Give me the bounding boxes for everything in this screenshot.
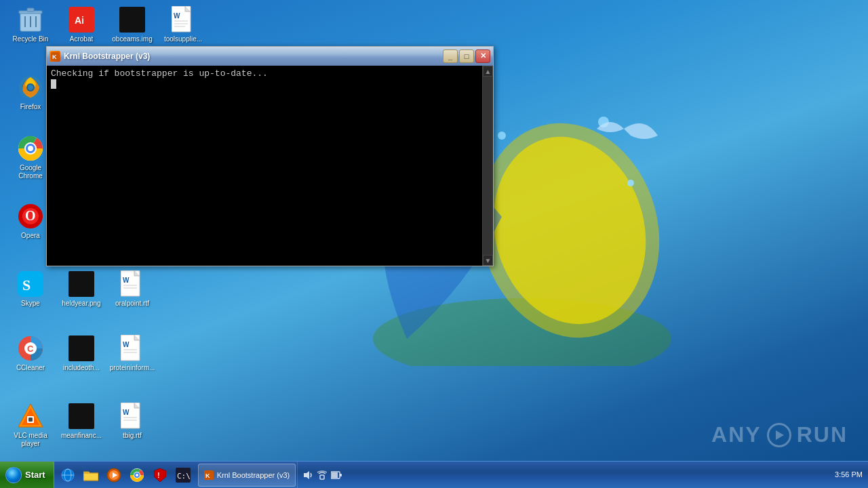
taskbar-ie-button[interactable] <box>57 464 79 486</box>
svg-point-25 <box>28 85 33 90</box>
svg-text:W: W <box>123 341 130 348</box>
taskbar-cmd-button[interactable]: C:\ <box>172 464 194 486</box>
svg-rect-82 <box>340 474 342 476</box>
taskbar-folder-button[interactable] <box>80 464 102 486</box>
icon-label: tbig.rtf <box>123 432 142 440</box>
taskbar-antivirus-button[interactable]: ! <box>149 464 171 486</box>
anyrun-watermark: ANY RUN <box>711 422 848 447</box>
svg-rect-53 <box>28 418 33 422</box>
svg-text:S: S <box>22 277 31 293</box>
window-controls: _ □ ✕ <box>443 49 490 63</box>
icon-label: proteininform... <box>110 364 155 372</box>
window-body: Checking if bootstrapper is up-to-date..… <box>47 66 493 266</box>
svg-text:W: W <box>123 409 130 416</box>
window-scrollbar: ▲ ▼ <box>482 66 493 266</box>
icon-label: meanfinanc... <box>61 432 102 440</box>
svg-text:!: ! <box>157 471 160 479</box>
window-terminal-content: Checking if bootstrapper is up-to-date..… <box>47 66 482 266</box>
svg-point-5 <box>627 180 634 186</box>
window-title: Krnl Bootstrapper (v3) <box>64 52 443 61</box>
taskbar: Start <box>0 461 868 488</box>
icon-label: CCleaner <box>16 364 45 372</box>
systray-network-icon[interactable] <box>316 469 328 481</box>
svg-text:Ai: Ai <box>75 15 84 26</box>
icon-label: Recycle Bin <box>13 35 49 43</box>
black-sq-icon <box>119 7 145 33</box>
maximize-button[interactable]: □ <box>459 49 474 63</box>
icon-acrobat[interactable]: Ai Acrobat <box>58 3 105 46</box>
start-button[interactable]: Start <box>0 462 54 488</box>
icon-label: Skype <box>21 300 40 308</box>
start-orb-icon <box>5 467 22 483</box>
icon-vlc[interactable]: VLC media player <box>7 400 54 451</box>
icon-label: Opera <box>21 232 40 240</box>
svg-point-29 <box>28 146 33 151</box>
svg-point-3 <box>498 131 506 140</box>
taskbar-window-title: Krnl Bootstrapper (v3) <box>217 471 290 479</box>
minimize-button[interactable]: _ <box>443 49 458 63</box>
icon-includeoth[interactable]: includeoth... <box>58 332 105 375</box>
anyrun-text-run: RUN <box>797 422 848 447</box>
svg-text:W: W <box>123 277 130 284</box>
taskbar-krnl-window-button[interactable]: K Krnl Bootstrapper (v3) <box>198 464 296 487</box>
svg-text:K: K <box>205 472 210 479</box>
terminal-cursor <box>51 79 56 89</box>
black-sq-icon <box>68 336 94 361</box>
icon-label: includeoth... <box>63 364 100 372</box>
anyrun-play-icon <box>767 423 791 447</box>
svg-rect-65 <box>83 473 98 481</box>
icon-proteininform[interactable]: W proteininform... <box>108 332 156 375</box>
icon-label: obceams.img <box>112 35 152 43</box>
icon-meanfinanc[interactable]: meanfinanc... <box>58 400 105 443</box>
icon-tbig[interactable]: W tbig.rtf <box>108 400 156 443</box>
black-sq-icon <box>68 403 94 429</box>
window-titlebar-icon: K <box>50 51 60 62</box>
scrollbar-down-button[interactable]: ▼ <box>483 255 493 266</box>
svg-text:O: O <box>25 208 36 223</box>
svg-text:C: C <box>27 344 34 354</box>
systray-battery-icon[interactable] <box>330 469 342 481</box>
taskbar-clock[interactable]: 3:56 PM <box>829 470 868 479</box>
icon-label: heldyear.png <box>62 300 100 308</box>
scrollbar-up-button[interactable]: ▲ <box>483 66 493 77</box>
icon-label: VLC media player <box>9 432 52 448</box>
icon-heldyear[interactable]: heldyear.png <box>58 268 105 310</box>
krnl-bootstrapper-window: K Krnl Bootstrapper (v3) _ □ ✕ Checking … <box>46 46 494 266</box>
desktop: ANY RUN Recycle Bin <box>0 0 868 488</box>
icon-oralpoint[interactable]: W oralpoint.rtf <box>108 268 156 310</box>
start-label: Start <box>25 470 45 480</box>
icon-skype[interactable]: S Skype <box>7 268 54 310</box>
icon-recycle-bin[interactable]: Recycle Bin <box>7 3 54 46</box>
icon-label: Acrobat <box>70 35 93 43</box>
taskbar-wmp-button[interactable] <box>103 464 125 486</box>
icon-ccleaner[interactable]: C CCleaner <box>7 332 54 375</box>
terminal-cursor-line <box>51 79 478 89</box>
svg-marker-78 <box>304 471 309 479</box>
taskbar-chrome-button[interactable] <box>126 464 148 486</box>
close-button[interactable]: ✕ <box>475 49 490 63</box>
terminal-line-1: Checking if bootstrapper is up-to-date..… <box>51 68 478 79</box>
taskbar-quicklaunch: ! C:\ <box>54 462 197 488</box>
svg-text:K: K <box>52 54 57 60</box>
acrobat-icon-img: Ai <box>68 7 94 33</box>
clock-time: 3:56 PM <box>835 470 863 479</box>
svg-rect-79 <box>320 475 324 479</box>
icon-toolsupplie[interactable]: W toolsupplie... <box>159 3 207 46</box>
icon-obceams[interactable]: obceams.img <box>108 3 156 46</box>
anyrun-text-any: ANY <box>711 422 762 447</box>
svg-rect-81 <box>332 472 338 478</box>
window-titlebar[interactable]: K Krnl Bootstrapper (v3) _ □ ✕ <box>47 47 493 66</box>
icon-label: toolsupplie... <box>164 35 202 43</box>
taskbar-systray <box>297 462 347 488</box>
systray-volume-icon[interactable] <box>302 469 314 481</box>
svg-text:C:\: C:\ <box>177 472 191 481</box>
icon-label: Firefox <box>20 103 41 111</box>
svg-rect-9 <box>27 8 34 12</box>
icon-label: oralpoint.rtf <box>115 300 149 308</box>
scrollbar-thumb[interactable] <box>483 77 493 255</box>
svg-point-72 <box>136 474 138 476</box>
icon-label: Google Chrome <box>9 164 52 180</box>
svg-text:W: W <box>174 12 180 20</box>
black-sq-icon <box>68 271 94 297</box>
